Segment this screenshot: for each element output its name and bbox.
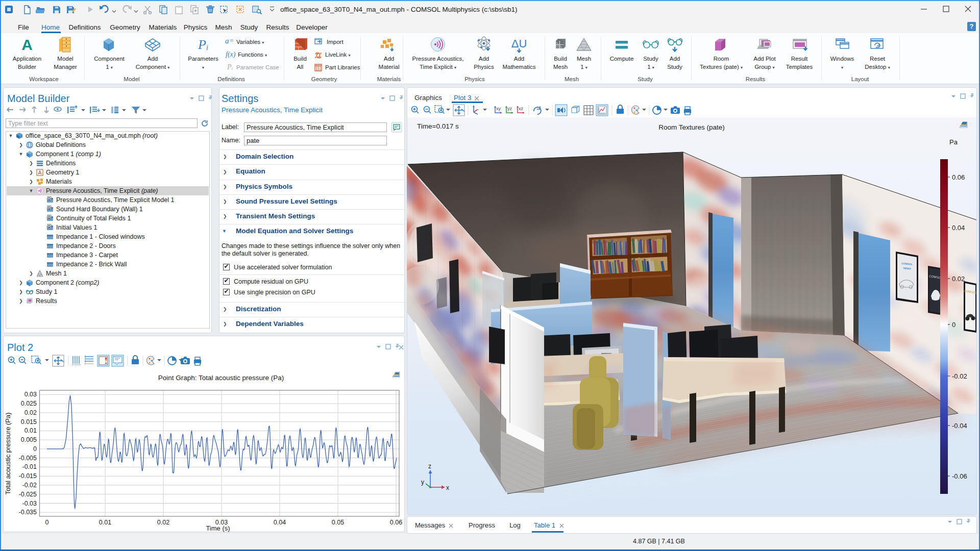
svg-text:0.04: 0.04 — [274, 519, 286, 526]
svg-text:D: D — [48, 197, 51, 201]
svg-text:Pi: Pi — [227, 63, 233, 71]
svg-text:0.02: 0.02 — [952, 275, 965, 283]
svg-text:Room Textures (pate): Room Textures (pate) — [658, 123, 725, 131]
svg-text:0.04: 0.04 — [952, 224, 965, 232]
svg-text:0.05: 0.05 — [332, 519, 344, 526]
svg-text:0: 0 — [952, 321, 955, 329]
svg-text:f(x): f(x) — [226, 51, 236, 59]
svg-text:ΔU: ΔU — [511, 37, 527, 50]
svg-text:0.06: 0.06 — [390, 519, 402, 526]
svg-text:D: D — [48, 206, 51, 210]
svg-text:A: A — [38, 170, 42, 176]
svg-text:-0.02: -0.02 — [952, 372, 967, 380]
svg-text:D: D — [48, 224, 51, 228]
svg-text:a=: a= — [225, 37, 234, 45]
svg-text:-0.06: -0.06 — [952, 472, 967, 480]
svg-text:Time=0.017 s: Time=0.017 s — [417, 122, 459, 130]
svg-text:z: z — [428, 463, 431, 470]
svg-text:-0.04: -0.04 — [952, 422, 967, 430]
svg-text:x: x — [446, 484, 449, 491]
svg-text:D: D — [48, 215, 51, 219]
svg-text:y: y — [421, 479, 424, 486]
svg-text:Pa: Pa — [949, 138, 958, 146]
svg-text:0.06: 0.06 — [952, 173, 965, 181]
